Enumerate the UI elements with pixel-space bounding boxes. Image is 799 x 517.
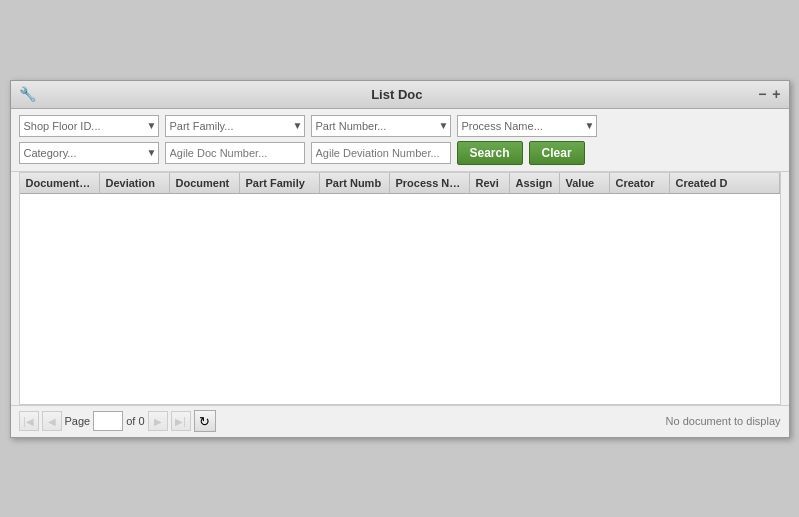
clear-button[interactable]: Clear [529,141,585,165]
col-header-part-numb: Part Numb [320,173,390,193]
window-title: List Doc [36,87,759,102]
search-button[interactable]: Search [457,141,523,165]
table-body [20,194,780,404]
main-window: 🔧 List Doc − + Shop Floor ID... ▼ Part F… [10,80,790,438]
shop-floor-wrapper: Shop Floor ID... ▼ [19,115,159,137]
filter-row-1: Shop Floor ID... ▼ Part Family... ▼ Part… [19,115,781,137]
maximize-button[interactable]: + [772,86,780,102]
prev-page-button[interactable]: ◀ [42,411,62,431]
of-label: of 0 [126,415,144,427]
category-wrapper: Category... ▼ [19,142,159,164]
footer: |◀ ◀ Page of 0 ▶ ▶| ↻ No document to dis… [11,405,789,437]
col-header-created-d: Created D [670,173,780,193]
shop-floor-select[interactable]: Shop Floor ID... [19,115,159,137]
col-header-value: Value [560,173,610,193]
process-name-select[interactable]: Process Name... [457,115,597,137]
filters-area: Shop Floor ID... ▼ Part Family... ▼ Part… [11,109,789,172]
title-bar: 🔧 List Doc − + [11,81,789,109]
part-family-wrapper: Part Family... ▼ [165,115,305,137]
window-controls: − + [758,86,780,102]
next-page-button[interactable]: ▶ [148,411,168,431]
part-number-select[interactable]: Part Number... [311,115,451,137]
col-header-assign: Assign [510,173,560,193]
col-header-creator: Creator [610,173,670,193]
first-page-button[interactable]: |◀ [19,411,39,431]
filter-row-2: Category... ▼ Search Clear [19,141,781,165]
part-family-select[interactable]: Part Family... [165,115,305,137]
process-name-wrapper: Process Name... ▼ [457,115,597,137]
table-container: Document ID Deviation Document Part Fami… [19,172,781,405]
part-number-wrapper: Part Number... ▼ [311,115,451,137]
agile-deviation-number-input[interactable] [311,142,451,164]
no-data-message: No document to display [666,415,781,427]
col-header-part-family: Part Family [240,173,320,193]
page-label: Page [65,415,91,427]
col-header-deviation: Deviation [100,173,170,193]
table-header: Document ID Deviation Document Part Fami… [20,173,780,194]
col-header-process-name: Process Nam [390,173,470,193]
agile-doc-number-input[interactable] [165,142,305,164]
page-number-input[interactable] [93,411,123,431]
col-header-revi: Revi [470,173,510,193]
col-header-doc-id: Document ID [20,173,100,193]
settings-icon[interactable]: 🔧 [19,86,36,102]
col-header-document: Document [170,173,240,193]
pagination: |◀ ◀ Page of 0 ▶ ▶| ↻ [19,410,216,432]
minimize-button[interactable]: − [758,86,766,102]
category-select[interactable]: Category... [19,142,159,164]
refresh-button[interactable]: ↻ [194,410,216,432]
last-page-button[interactable]: ▶| [171,411,191,431]
